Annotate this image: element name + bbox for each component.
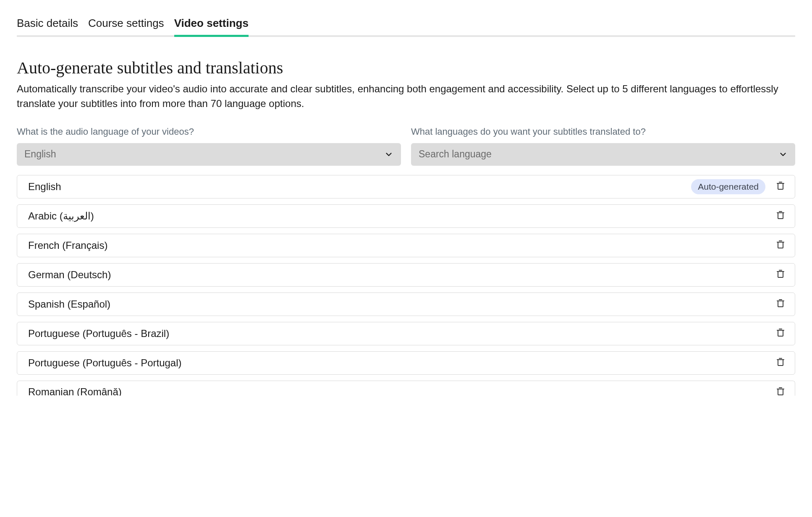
language-name: Portuguese (Português - Portugal) <box>28 357 182 369</box>
svg-rect-10 <box>778 272 783 277</box>
language-row: French (Français) <box>17 234 795 257</box>
language-row-actions <box>775 269 786 281</box>
trash-icon <box>775 298 786 309</box>
language-row-actions <box>775 327 786 340</box>
trash-icon <box>775 327 786 338</box>
language-row: Portuguese (Português - Portugal) <box>17 351 795 375</box>
language-list: EnglishAuto-generatedArabic (العربية)Fre… <box>17 175 795 396</box>
language-row: Arabic (العربية) <box>17 204 795 228</box>
language-name: English <box>28 181 61 193</box>
language-row-actions <box>775 298 786 311</box>
language-name: Romanian (Română) <box>28 386 122 396</box>
language-row-actions <box>775 357 786 369</box>
page-title: Auto-generate subtitles and translations <box>17 58 795 78</box>
language-row-actions <box>775 239 786 252</box>
audio-language-label: What is the audio language of your video… <box>17 126 401 137</box>
translate-to-group: What languages do you want your subtitle… <box>411 126 795 166</box>
delete-language-button[interactable] <box>775 239 786 252</box>
trash-icon <box>775 239 786 250</box>
svg-rect-22 <box>778 389 783 395</box>
page-description: Automatically transcribe your video's au… <box>17 82 795 111</box>
svg-rect-4 <box>778 213 783 219</box>
language-name: Portuguese (Português - Brazil) <box>28 328 169 339</box>
delete-language-button[interactable] <box>775 386 786 396</box>
auto-generated-badge: Auto-generated <box>691 179 765 194</box>
tab-video-settings[interactable]: Video settings <box>174 17 249 37</box>
trash-icon <box>775 269 786 279</box>
language-row: Portuguese (Português - Brazil) <box>17 322 795 345</box>
tab-course-settings[interactable]: Course settings <box>88 17 164 37</box>
language-name: Spanish (Español) <box>28 298 110 310</box>
svg-rect-1 <box>778 183 783 189</box>
translate-to-label: What languages do you want your subtitle… <box>411 126 795 137</box>
trash-icon <box>775 210 786 221</box>
audio-language-value: English <box>24 149 56 160</box>
selects-row: What is the audio language of your video… <box>17 126 795 166</box>
language-row-actions <box>775 386 786 396</box>
delete-language-button[interactable] <box>775 357 786 369</box>
audio-language-select[interactable]: English <box>17 143 401 166</box>
language-name: Arabic (العربية) <box>28 210 94 222</box>
svg-rect-19 <box>778 360 783 366</box>
delete-language-button[interactable] <box>775 327 786 340</box>
delete-language-button[interactable] <box>775 269 786 281</box>
tab-bar: Basic details Course settings Video sett… <box>17 17 795 37</box>
translate-to-placeholder: Search language <box>419 149 492 160</box>
language-row: Romanian (Română) <box>17 381 795 396</box>
delete-language-button[interactable] <box>775 210 786 222</box>
svg-rect-7 <box>778 242 783 248</box>
language-row: EnglishAuto-generated <box>17 175 795 198</box>
chevron-down-icon <box>384 150 393 159</box>
trash-icon <box>775 180 786 191</box>
translate-to-select[interactable]: Search language <box>411 143 795 166</box>
language-row: German (Deutsch) <box>17 263 795 287</box>
audio-language-group: What is the audio language of your video… <box>17 126 401 166</box>
delete-language-button[interactable] <box>775 180 786 193</box>
tab-basic-details[interactable]: Basic details <box>17 17 78 37</box>
chevron-down-icon <box>778 150 788 159</box>
language-row: Spanish (Español) <box>17 292 795 316</box>
trash-icon <box>775 357 786 368</box>
svg-rect-16 <box>778 330 783 336</box>
language-row-actions: Auto-generated <box>691 179 786 194</box>
language-name: French (Français) <box>28 240 107 251</box>
svg-rect-13 <box>778 301 783 307</box>
language-row-actions <box>775 210 786 222</box>
trash-icon <box>775 386 786 396</box>
delete-language-button[interactable] <box>775 298 786 311</box>
language-name: German (Deutsch) <box>28 269 111 281</box>
